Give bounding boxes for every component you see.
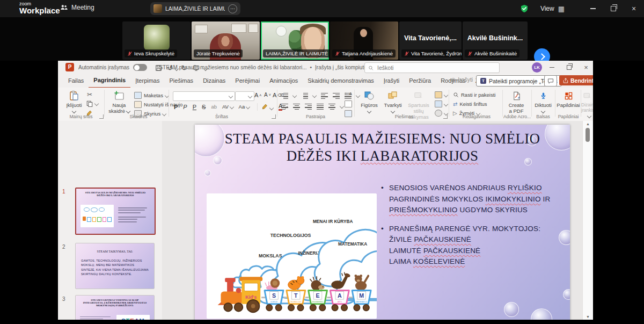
meeting-tab[interactable]: Meeting xyxy=(60,4,94,11)
clipboard-dialog-launcher[interactable] xyxy=(99,114,104,119)
ppt-minimize-button[interactable] xyxy=(544,61,560,74)
avatar xyxy=(144,25,170,51)
change-case-button[interactable]: Aa xyxy=(239,104,250,110)
tab-failas[interactable]: Failas xyxy=(63,74,89,88)
tab-perziura[interactable]: Peržiūra xyxy=(404,74,436,88)
view-grid-icon[interactable]: ▦ xyxy=(558,5,565,13)
replace-fonts-button[interactable]: ⇄Keisti šriftus xyxy=(453,101,487,107)
justify-button[interactable] xyxy=(317,103,324,111)
meeting-more-icon[interactable]: ⋯ xyxy=(228,4,237,13)
align-text-button[interactable] xyxy=(345,100,352,107)
search-input[interactable] xyxy=(376,64,496,71)
meeting-title-pill[interactable]: LAIMA,ŽIVILĖ IR LAIMUTĖ PAČKA ⋯ xyxy=(150,2,240,15)
shapes-button[interactable]: Figūros xyxy=(357,90,381,114)
engine-label: Kid's xyxy=(245,294,257,300)
slide-canvas[interactable]: STEAM PASAULIS MAŽIESIEMS: NUO SMĖLIO DĖ… xyxy=(195,125,570,320)
text-shadow-button[interactable]: ab xyxy=(211,104,217,110)
thumb-number-1: 1 xyxy=(62,189,65,195)
slide-thumbnail-2[interactable]: STEAM TAIKYMAS, TAI: GAMTOS, TECHNOLOGIJ… xyxy=(75,243,155,289)
increase-indent-button[interactable] xyxy=(333,92,340,100)
numbering-button[interactable] xyxy=(301,92,308,100)
shape-outline-button[interactable] xyxy=(435,100,448,107)
underline-button[interactable]: P xyxy=(193,104,196,110)
steam-train-image[interactable]: MOKSLAS TECHNOLOGIJOS INŽINERIJA MENAI I… xyxy=(207,193,377,319)
bullets-button[interactable] xyxy=(281,92,288,100)
ppt-close-button[interactable]: × xyxy=(578,61,593,74)
close-button[interactable]: × xyxy=(624,0,644,17)
tab-animacijos[interactable]: Animacijos xyxy=(265,74,303,88)
font-size-combo[interactable] xyxy=(235,91,254,101)
participant-tile-3-active-speaker[interactable]: LAIMA,ŽIVILĖ IR LAIMUTĖ ... xyxy=(261,21,329,60)
svg-text:S: S xyxy=(272,292,276,299)
slide-thumbnail-3[interactable]: STEAM UGDYMAS VERTINGAS KAIP INTEGRUOTAS… xyxy=(75,295,155,320)
copy-button[interactable] xyxy=(86,100,98,107)
character-spacing-button[interactable]: AV xyxy=(222,104,233,110)
scroll-up-icon[interactable]: ▲ xyxy=(586,122,590,126)
bullet-item: SENOSIOS VARĖNOS ANDRIAUS RYLIŠKIO PAGRI… xyxy=(380,183,561,216)
columns-button[interactable] xyxy=(328,103,335,111)
shrink-font-button[interactable]: A˅ xyxy=(264,92,271,98)
align-center-button[interactable] xyxy=(293,103,300,111)
powerpoint-window: P Automatinis įrašymas ↺ ↻ STEAM pasauli… xyxy=(58,61,593,320)
thumb-text-lines xyxy=(80,315,113,320)
tab-iterpimas[interactable]: Įterpimas xyxy=(130,74,164,88)
strikethrough-button[interactable]: S xyxy=(202,104,206,110)
record-button[interactable]: ◉Įrašyti xyxy=(451,76,473,83)
slide-title[interactable]: STEAM PASAULIS MAŽIESIEMS: NUO SMĖLIO DĖ… xyxy=(206,130,559,165)
smartart-button[interactable] xyxy=(345,110,352,117)
vertical-scrollbar[interactable]: ▲ ▼ xyxy=(582,121,593,320)
tab-skaidriu-demonstravimas[interactable]: Skaidrių demonstravimas xyxy=(303,74,379,88)
create-pdf-button[interactable]: Createa PDF xyxy=(504,90,528,114)
cut-button[interactable]: ✂ xyxy=(87,91,92,98)
italic-button[interactable]: P xyxy=(183,104,187,110)
tab-piesimas[interactable]: Piešimas xyxy=(165,74,199,88)
scrollbar-thumb[interactable] xyxy=(586,128,590,142)
participant-tile-4[interactable]: Tatjana Andrijauskienė xyxy=(330,21,398,60)
layout-button[interactable]: Maketas xyxy=(134,92,169,99)
group-label-clipboard: Mainų sritis xyxy=(63,114,99,119)
svg-text:MENAI IR KŪRYBA: MENAI IR KŪRYBA xyxy=(313,219,353,224)
tab-pagrindinis[interactable]: Pagrindinis xyxy=(89,74,130,88)
participant-tile-5[interactable]: Vita Tavorienė,... Vita Tavorienė, Žydrū… xyxy=(399,21,462,60)
autosave-toggle[interactable] xyxy=(133,64,147,71)
participant-tile-2[interactable]: Jūratė Trepkuvienė xyxy=(192,21,260,60)
svg-text:MATHEMATICS: MATHEMATICS xyxy=(356,301,367,303)
collapse-ribbon-chevron-icon[interactable] xyxy=(587,114,591,118)
participant-tile-6[interactable]: Akvilė Bušinink... Akvilė Bušininkaitė xyxy=(463,21,528,60)
comments-button[interactable] xyxy=(544,75,557,87)
svg-text:M: M xyxy=(359,292,364,299)
tab-perejimai[interactable]: Perėjimai xyxy=(230,74,265,88)
account-avatar[interactable]: LK xyxy=(532,62,542,73)
font-dialog-launcher[interactable] xyxy=(272,114,276,119)
svg-text:E: E xyxy=(316,292,319,299)
grow-font-button[interactable]: A˄ xyxy=(254,92,261,98)
align-left-button[interactable] xyxy=(281,103,288,111)
font-name-combo[interactable] xyxy=(173,91,235,101)
participant-tile-1[interactable]: Ieva Skrupskelytė xyxy=(122,21,191,60)
find-replace-button[interactable]: Rasti ir pakeisti xyxy=(453,92,495,98)
tab-dizainas[interactable]: Dizainas xyxy=(198,74,230,88)
text-direction-button[interactable]: ↓A xyxy=(345,91,352,96)
view-label[interactable]: View xyxy=(540,5,554,12)
ppt-restore-button[interactable] xyxy=(561,61,577,74)
share-button[interactable]: Bendrinti xyxy=(559,75,593,85)
addins-button[interactable]: Papildiniai xyxy=(556,90,581,109)
dictate-button[interactable]: Diktuoti xyxy=(532,90,554,114)
drawing-dialog-launcher[interactable] xyxy=(443,114,448,119)
new-slide-button[interactable]: Nauja skaidrė xyxy=(107,90,131,114)
scroll-down-icon[interactable]: ▼ xyxy=(586,315,590,319)
search-box[interactable] xyxy=(364,62,500,73)
restore-button[interactable] xyxy=(603,0,624,17)
svg-text:ARTS: ARTS xyxy=(338,301,342,303)
bold-button[interactable]: P xyxy=(174,104,178,110)
align-right-button[interactable] xyxy=(305,103,312,111)
slide-thumbnail-1[interactable]: STEAM PASAULIS MAŽIESIEMS: NUO SMĖLIO DĖ… xyxy=(75,188,156,235)
minimize-button[interactable] xyxy=(583,0,603,17)
shape-fill-button[interactable] xyxy=(435,91,448,98)
slide-body-text[interactable]: SENOSIOS VARĖNOS ANDRIAUS RYLIŠKIO PAGRI… xyxy=(380,183,561,268)
decrease-indent-button[interactable] xyxy=(321,92,328,100)
highlight-pen-button[interactable] xyxy=(262,103,273,111)
tab-irasyti[interactable]: Įrašyti xyxy=(379,74,404,88)
paste-button[interactable]: Įklijuoti xyxy=(62,90,86,114)
arrange-button[interactable]: Tvarkyti xyxy=(381,90,405,114)
